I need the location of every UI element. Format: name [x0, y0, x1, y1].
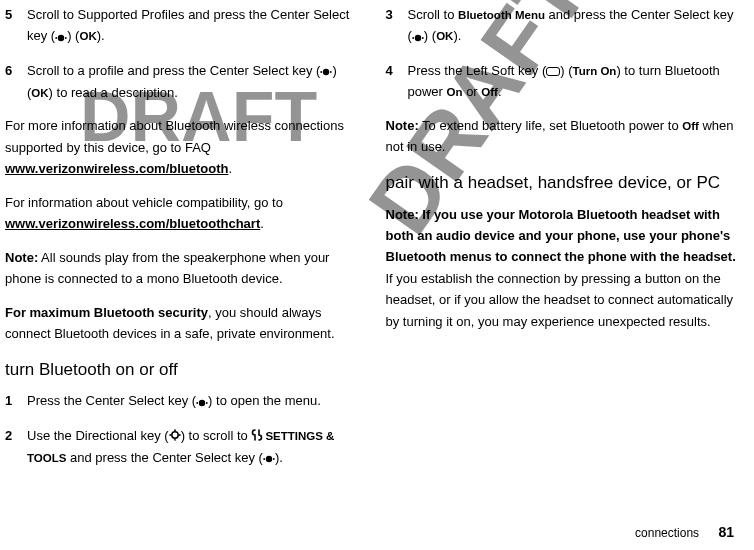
step-1: 1 Press the Center Select key () to open… — [5, 390, 356, 412]
note-label: Note: — [386, 118, 419, 133]
page-columns: 5 Scroll to Supported Profiles and press… — [5, 4, 736, 512]
center-select-key-icon — [412, 26, 424, 47]
step-5: 5 Scroll to Supported Profiles and press… — [5, 4, 356, 48]
text: and press the Center Select key ( — [66, 450, 263, 465]
step-text: Scroll to a profile and press the Center… — [27, 60, 356, 104]
step-4: 4 Press the Left Soft key () (Turn On) t… — [386, 60, 737, 103]
svg-point-0 — [58, 35, 64, 41]
note-paragraph: Note: To extend battery life, set Blueto… — [386, 115, 737, 158]
step-6: 6 Scroll to a profile and press the Cent… — [5, 60, 356, 104]
ok-label: OK — [436, 30, 453, 42]
step-text: Press the Left Soft key () (Turn On) to … — [408, 60, 737, 103]
text: Use the Directional key ( — [27, 428, 169, 443]
svg-point-6 — [199, 400, 205, 406]
step-number: 3 — [386, 4, 408, 48]
section-name: connections — [635, 526, 699, 540]
step-text: Scroll to Supported Profiles and press t… — [27, 4, 356, 48]
text: ) to scroll to — [181, 428, 252, 443]
svg-point-4 — [321, 71, 323, 73]
text: . — [260, 216, 264, 231]
step-number: 4 — [386, 60, 408, 103]
page-footer: connections 81 — [635, 521, 734, 544]
on-label: On — [447, 86, 463, 98]
directional-key-icon — [169, 426, 181, 447]
heading-pair-headset: pair with a headset, handsfree device, o… — [386, 169, 737, 197]
text: Press the Center Select key ( — [27, 393, 196, 408]
link-bluetooth-faq: www.verizonwireless.com/bluetooth — [5, 161, 228, 176]
security-paragraph: For maximum Bluetooth security, you shou… — [5, 302, 356, 345]
step-number: 1 — [5, 390, 27, 412]
svg-point-15 — [263, 458, 265, 460]
text: Scroll to — [408, 7, 459, 22]
step-text: Scroll to Bluetooth Menu and press the C… — [408, 4, 737, 48]
ok-label: OK — [31, 87, 48, 99]
center-select-key-icon — [55, 26, 67, 47]
svg-point-14 — [266, 456, 272, 462]
center-select-key-icon — [196, 391, 208, 412]
svg-point-3 — [323, 69, 329, 75]
note-bold: Note: If you use your Motorola Bluetooth… — [386, 207, 736, 265]
off-label: Off — [682, 120, 699, 132]
faq-paragraph: For more information about Bluetooth wir… — [5, 115, 356, 179]
text: For information about vehicle compatibil… — [5, 195, 283, 210]
page-number: 81 — [718, 524, 734, 540]
step-3: 3 Scroll to Bluetooth Menu and press the… — [386, 4, 737, 48]
svg-point-18 — [412, 37, 414, 39]
text: If you establish the connection by press… — [386, 271, 734, 329]
step-text: Press the Center Select key () to open t… — [27, 390, 356, 412]
svg-point-17 — [415, 35, 421, 41]
center-select-key-icon — [320, 61, 332, 82]
bluetooth-menu-label: Bluetooth Menu — [458, 9, 545, 21]
svg-point-12 — [169, 434, 171, 436]
text: ) ( — [560, 63, 572, 78]
left-soft-key-icon — [546, 67, 560, 76]
text: or — [463, 84, 482, 99]
text: Press the Left Soft key ( — [408, 63, 547, 78]
text: Scroll to a profile and press the Center… — [27, 63, 320, 78]
text: . — [498, 84, 502, 99]
svg-point-7 — [196, 402, 198, 404]
step-number: 6 — [5, 60, 27, 104]
link-bluetooth-chart: www.verizonwireless.com/bluetoothchart — [5, 216, 260, 231]
ok-label: OK — [79, 30, 96, 42]
settings-tools-icon — [251, 426, 263, 447]
step-number: 2 — [5, 425, 27, 470]
off-label: Off — [481, 86, 498, 98]
text: To extend battery life, set Bluetooth po… — [419, 118, 683, 133]
step-number: 5 — [5, 4, 27, 48]
faq-paragraph: For information about vehicle compatibil… — [5, 192, 356, 235]
note-paragraph: Note: All sounds play from the speakerph… — [5, 247, 356, 290]
security-label: For maximum Bluetooth security — [5, 305, 208, 320]
text: ) to read a description. — [49, 85, 178, 100]
note-label: Note: — [5, 250, 38, 265]
center-select-key-icon — [263, 448, 275, 469]
text: ) to open the menu. — [208, 393, 321, 408]
step-2: 2 Use the Directional key () to scroll t… — [5, 425, 356, 470]
step-text: Use the Directional key () to scroll to … — [27, 425, 356, 470]
svg-point-1 — [55, 37, 57, 39]
text: For more information about Bluetooth wir… — [5, 118, 344, 154]
note-paragraph: Note: If you use your Motorola Bluetooth… — [386, 204, 737, 333]
text: ). — [275, 450, 283, 465]
text: ) ( — [67, 28, 79, 43]
text: ). — [97, 28, 105, 43]
svg-point-9 — [171, 431, 177, 437]
svg-point-11 — [174, 438, 176, 440]
text: ). — [453, 28, 461, 43]
turn-on-label: Turn On — [573, 65, 617, 77]
text: ) ( — [424, 28, 436, 43]
heading-turn-bluetooth: turn Bluetooth on or off — [5, 356, 356, 384]
text: All sounds play from the speakerphone wh… — [5, 250, 329, 286]
svg-point-10 — [174, 429, 176, 431]
text: . — [228, 161, 232, 176]
